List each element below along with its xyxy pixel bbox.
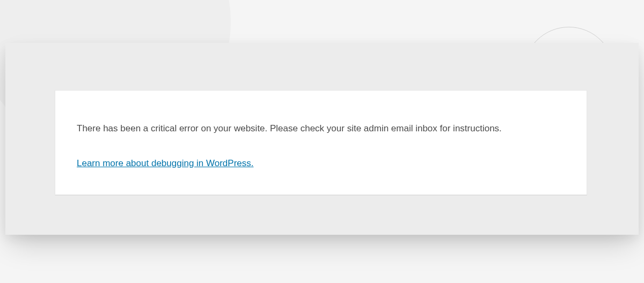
outer-panel: There has been a critical error on your … xyxy=(5,43,639,235)
learn-more-link[interactable]: Learn more about debugging in WordPress. xyxy=(77,158,254,168)
error-message-text: There has been a critical error on your … xyxy=(77,122,565,136)
error-card: There has been a critical error on your … xyxy=(55,90,587,196)
